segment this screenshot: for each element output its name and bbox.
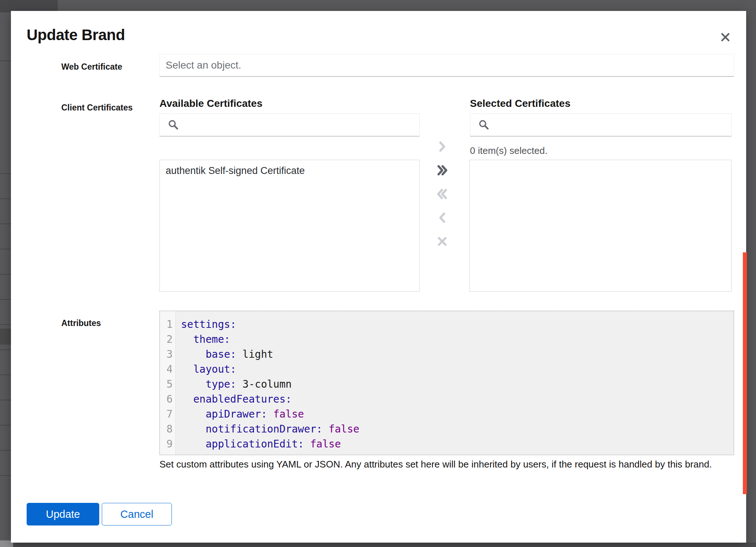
available-search-input[interactable] [159,113,420,136]
code-line: base: light [181,347,734,362]
code-line: enabledFeatures: [181,392,734,407]
code-line: applicationEdit: false [181,437,734,451]
chevron-left-icon [436,211,449,224]
selected-search [470,113,732,136]
dimmed-sidebar-rows [0,173,11,476]
code-line-number: 6 [160,392,173,407]
code-line-number: 7 [160,407,173,422]
code-line-numbers: 123456789 [160,311,176,455]
move-selected-right-button[interactable] [436,140,449,153]
code-line: layout: [181,362,734,377]
available-certificates-heading: Available Certificates [159,98,262,109]
code-line-number: 3 [160,347,173,362]
available-search [159,113,420,136]
attributes-label: Attributes [61,318,101,328]
dimmed-page-header [0,0,58,12]
code-line-number: 9 [160,437,173,451]
chevrons-right-icon [436,164,449,177]
move-all-left-button[interactable] [436,187,449,201]
web-certificate-label: Web Certificate [61,62,122,72]
close-button[interactable] [717,29,733,45]
remove-selection-button[interactable] [436,235,449,248]
code-line: theme: [181,332,734,347]
available-certificates-list: authentik Self-signed Certificate [159,160,420,292]
attributes-help-text: Set custom attributes using YAML or JSON… [159,459,736,470]
move-all-right-button[interactable] [436,164,449,177]
dual-list-controls [436,140,449,248]
code-line-number: 4 [160,362,173,377]
selected-count-status: 0 item(s) selected. [470,145,547,156]
dimmed-page-bottom [0,543,756,547]
code-content: settings: theme: base: light layout: typ… [176,311,734,455]
chevrons-left-icon [436,187,449,201]
move-selected-left-button[interactable] [436,211,449,224]
close-icon [719,31,732,43]
web-certificate-select[interactable] [159,54,734,77]
cross-icon [436,235,449,248]
attributes-code-editor[interactable]: 123456789 settings: theme: base: light l… [159,311,734,455]
code-line: apiDrawer: false [181,407,734,422]
update-brand-modal: Update Brand Web Certificate Client Cert… [11,11,746,543]
selected-certificates-heading: Selected Certificates [470,98,570,109]
update-button[interactable]: Update [27,503,99,525]
selected-certificates-list [469,160,732,292]
code-line-number: 8 [160,422,173,437]
page-title: Update Brand [27,26,125,44]
page-scrollbar-thumb[interactable] [743,252,747,494]
dimmed-sidebar-active-item [0,329,11,345]
client-certificates-label: Client Certificates [61,103,133,113]
selected-search-input[interactable] [470,113,732,136]
dimmed-sidebar-divider [0,61,11,61]
code-line-number: 1 [160,317,173,332]
code-line: type: 3-column [181,377,734,392]
code-line: notificationDrawer: false [181,422,734,437]
code-line: settings: [181,317,734,332]
code-line-number: 5 [160,377,173,392]
certificate-list-item[interactable]: authentik Self-signed Certificate [160,160,419,182]
chevron-right-icon [436,140,449,153]
code-line-number: 2 [160,332,173,347]
cancel-button[interactable]: Cancel [102,503,172,525]
